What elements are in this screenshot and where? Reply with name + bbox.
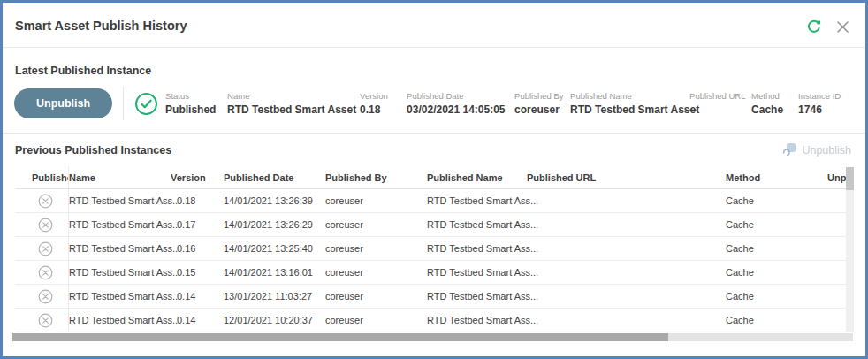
cell-published (15, 261, 69, 284)
field-value: -- (689, 103, 751, 116)
cell-published-name: RTD Testbed Smart Ass... (427, 315, 527, 325)
field-method: Method Cache (751, 91, 798, 116)
table-header-row: Published Name Version Published Date Pu… (15, 166, 849, 189)
cell-name: RTD Testbed Smart Ass... (69, 243, 171, 254)
publish-history-dialog: Smart Asset Publish History Latest Publi… (0, 0, 868, 359)
previous-section-title: Previous Published Instances (15, 144, 171, 157)
table-row[interactable]: RTD Testbed Smart Ass... 0.14 13/01/2021… (15, 285, 849, 309)
circle-x-icon (38, 289, 53, 304)
cell-name: RTD Testbed Smart Ass... (69, 315, 171, 325)
cell-published (15, 237, 69, 260)
field-value: Cache (751, 103, 798, 116)
close-icon[interactable] (836, 20, 849, 34)
cell-published-by: coreuser (325, 195, 427, 206)
cell-published-name: RTD Testbed Smart Ass... (427, 243, 527, 254)
previous-table-body: RTD Testbed Smart Ass... 0.18 14/01/2021… (15, 189, 849, 332)
latest-section-title: Latest Published Instance (15, 65, 151, 77)
vertical-scrollbar-thumb[interactable] (846, 167, 854, 190)
field-label: Status (165, 91, 227, 101)
latest-instance-strip: Unpublish Status Published Name RTD Test… (14, 84, 842, 123)
cell-version: 0.15 (171, 267, 224, 278)
cell-name: RTD Testbed Smart Ass... (69, 267, 171, 278)
field-published-name: Published Name RTD Testbed Smart Asset (570, 91, 689, 116)
column-header-published-name: Published Name (427, 172, 527, 183)
table-row[interactable]: RTD Testbed Smart Ass... 0.15 14/01/2021… (15, 261, 849, 285)
field-label: Published URL (689, 91, 751, 101)
field-label: Instance ID (798, 91, 842, 101)
column-header-published-date: Published Date (224, 172, 325, 183)
column-header-method: Method (726, 172, 827, 183)
previous-instances-table: Published Name Version Published Date Pu… (15, 166, 849, 332)
field-label: Published Date (407, 91, 514, 101)
field-published-url: Published URL -- (689, 91, 751, 116)
header-divider (3, 47, 865, 48)
circle-x-icon (38, 313, 53, 328)
refresh-icon[interactable] (806, 19, 822, 34)
field-value: coreuser (514, 103, 570, 116)
table-row[interactable]: RTD Testbed Smart Ass... 0.14 12/01/2021… (15, 309, 849, 332)
cell-published-date: 13/01/2021 11:03:27 (224, 291, 325, 302)
unpublish-previous-button[interactable]: Unpublish (782, 142, 851, 158)
cell-published-name: RTD Testbed Smart Ass... (427, 267, 527, 278)
field-value: 03/02/2021 14:05:05 (407, 103, 514, 116)
column-header-version: Version (171, 172, 224, 183)
published-check-icon (134, 92, 158, 116)
circle-x-icon (38, 241, 53, 256)
column-header-published: Published (15, 166, 69, 188)
cell-name: RTD Testbed Smart Ass... (69, 291, 171, 302)
cell-published-date: 12/01/2021 10:20:37 (224, 315, 325, 325)
field-version: Version 0.18 (360, 91, 407, 116)
cell-published-date: 14/01/2021 13:26:29 (224, 219, 325, 230)
field-published-date: Published Date 03/02/2021 14:05:05 (407, 91, 514, 116)
circle-x-icon (38, 265, 53, 280)
field-value: Published (165, 103, 227, 116)
cell-published-by: coreuser (325, 291, 427, 302)
field-label: Version (360, 91, 407, 101)
column-header-published-by: Published By (325, 172, 427, 183)
cell-method: Cache (726, 291, 827, 302)
unpublish-button[interactable]: Unpublish (14, 88, 112, 118)
field-name: Name RTD Testbed Smart Asset (227, 91, 360, 116)
cell-method: Cache (726, 267, 827, 278)
circle-x-icon (38, 218, 53, 233)
field-value: 1746 (798, 103, 842, 116)
cell-published-date: 14/01/2021 13:25:40 (224, 243, 325, 254)
cell-published (15, 285, 69, 308)
cell-name: RTD Testbed Smart Ass... (69, 195, 171, 206)
circle-x-icon (38, 194, 53, 209)
cell-version: 0.16 (171, 243, 224, 254)
field-instance-id: Instance ID 1746 (798, 91, 842, 116)
cell-published (15, 309, 69, 332)
cell-version: 0.14 (171, 291, 224, 302)
vertical-divider (123, 87, 124, 120)
cell-version: 0.14 (171, 315, 224, 325)
horizontal-scrollbar-thumb[interactable] (12, 333, 668, 341)
vertical-scrollbar[interactable] (846, 167, 854, 332)
cell-published-date: 14/01/2021 13:26:39 (224, 195, 325, 206)
cell-published (15, 189, 69, 212)
cell-published (15, 213, 69, 236)
cell-method: Cache (726, 243, 827, 254)
table-row[interactable]: RTD Testbed Smart Ass... 0.18 14/01/2021… (15, 189, 849, 213)
column-header-name: Name (69, 172, 171, 183)
field-value: RTD Testbed Smart Asset (570, 103, 689, 116)
field-label: Published Name (570, 91, 689, 101)
field-label: Method (751, 91, 798, 101)
field-status: Status Published (165, 91, 227, 116)
cell-version: 0.18 (171, 195, 224, 206)
cell-published-by: coreuser (325, 267, 427, 278)
horizontal-scrollbar[interactable] (12, 333, 853, 341)
cell-method: Cache (726, 315, 827, 325)
cell-method: Cache (726, 219, 827, 230)
section-divider (3, 133, 865, 134)
cell-method: Cache (726, 195, 827, 206)
field-value: 0.18 (360, 103, 407, 116)
field-label: Name (227, 91, 360, 101)
table-row[interactable]: RTD Testbed Smart Ass... 0.17 14/01/2021… (15, 213, 849, 237)
dialog-title: Smart Asset Publish History (15, 19, 187, 33)
cell-published-name: RTD Testbed Smart Ass... (427, 291, 527, 302)
table-row[interactable]: RTD Testbed Smart Ass... 0.16 14/01/2021… (15, 237, 849, 261)
cell-published-name: RTD Testbed Smart Ass... (427, 195, 527, 206)
cell-name: RTD Testbed Smart Ass... (69, 219, 171, 230)
cell-published-date: 14/01/2021 13:16:01 (224, 267, 325, 278)
